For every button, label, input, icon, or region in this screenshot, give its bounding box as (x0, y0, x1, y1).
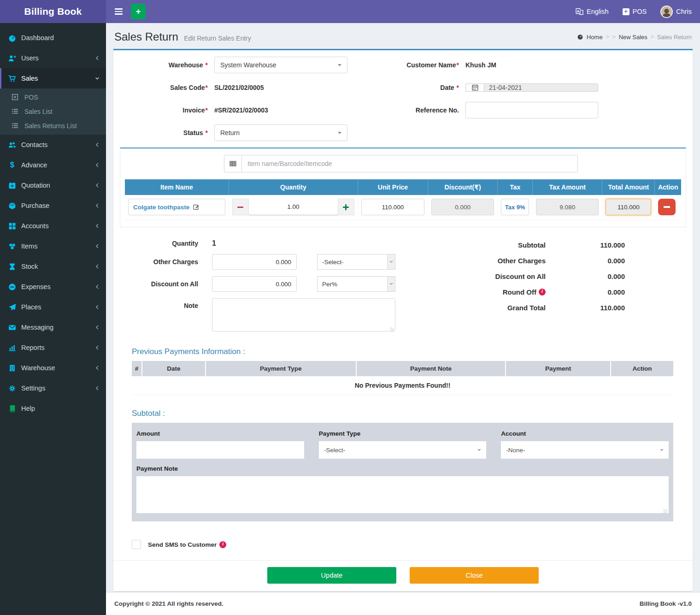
sidebar-item-sales[interactable]: Sales (0, 68, 106, 89)
item-name-link[interactable]: Colgate toothpaste (133, 204, 189, 211)
sales-code-label: Sales Code* (120, 84, 214, 91)
other-charges-label: Other Charges (120, 258, 198, 266)
chevron-left-icon (95, 264, 100, 269)
column-header-action: Action (655, 179, 681, 195)
sidebar-item-reports[interactable]: Reports (0, 337, 106, 358)
sidebar-item-users[interactable]: Users (0, 48, 106, 68)
sidebar-item-pos[interactable]: POS (0, 90, 106, 104)
sidebar-item-settings[interactable]: Settings (0, 378, 106, 398)
minus-icon (664, 206, 670, 208)
plus-square-icon: + (623, 8, 629, 15)
sidebar-item-contacts[interactable]: Contacts (0, 135, 106, 155)
chevron-down-icon (95, 76, 100, 81)
other-charges-input[interactable] (212, 254, 297, 270)
chevron-left-icon (95, 203, 100, 208)
tax-cell[interactable]: Tax 9% (501, 199, 529, 215)
chevron-down-icon (338, 64, 341, 66)
pos-shortcut[interactable]: + POS (623, 8, 647, 15)
note-label: Note (120, 298, 198, 309)
sidebar-item-dashboard[interactable]: Dashboard (0, 28, 106, 48)
items-panel: Item Name Quantity Unit Price Discount(₹… (120, 148, 686, 227)
sidebar-toggle-button[interactable] (109, 0, 128, 23)
book-icon (8, 405, 16, 413)
payment-type-select[interactable]: -Select- (319, 441, 487, 459)
top-navbar: Billing Book + A English + POS Chris (0, 0, 700, 23)
chevron-left-icon (95, 385, 100, 391)
edit-icon[interactable] (193, 204, 200, 210)
account-label: Account (501, 430, 669, 437)
sidebar-item-sales-returns-list[interactable]: Sales Returns List (0, 118, 106, 133)
info-icon[interactable]: i (539, 289, 546, 296)
sidebar-item-quotation[interactable]: Quotation (0, 175, 106, 195)
quantity-stepper (232, 199, 354, 215)
sidebar-item-warehouse[interactable]: Warehouse (0, 358, 106, 378)
calendar-plus-icon (8, 182, 16, 189)
sidebar-item-items[interactable]: Items (0, 236, 106, 256)
quantity-decrease-button[interactable] (232, 199, 249, 215)
chevron-left-icon (95, 365, 100, 371)
sidebar-item-help[interactable]: Help (0, 398, 106, 419)
column-header-tax-amount: Tax Amount (533, 179, 602, 195)
language-label: English (587, 8, 609, 15)
sidebar-item-stock[interactable]: Stock (0, 256, 106, 277)
discount-on-all-input[interactable] (212, 276, 297, 292)
remove-item-button[interactable] (658, 199, 676, 215)
resize-grip[interactable] (390, 327, 394, 331)
pp-column-date: Date (142, 361, 206, 376)
unit-price-input[interactable] (361, 199, 424, 215)
reference-no-input[interactable] (465, 102, 598, 118)
dashboard-icon (8, 34, 16, 42)
previous-payments-title: Previous Payments Information : (132, 347, 673, 356)
sidebar-item-expenses[interactable]: Expenses (0, 277, 106, 297)
plus-icon (343, 204, 349, 210)
date-input[interactable] (484, 83, 598, 92)
breadcrumb-new-sales[interactable]: New Sales (619, 34, 647, 41)
total-amount-input[interactable] (606, 199, 651, 215)
breadcrumb-home[interactable]: Home (587, 34, 603, 41)
sidebar-item-purchase[interactable]: Purchase (0, 195, 106, 216)
note-textarea[interactable] (212, 298, 395, 331)
customer-name-label: Customer Name* (396, 61, 465, 69)
user-name: Chris (676, 8, 692, 15)
payment-note-textarea[interactable] (136, 476, 669, 513)
language-menu[interactable]: A English (576, 8, 609, 16)
chevron-down-icon (387, 254, 395, 269)
sidebar-item-messaging[interactable]: Messaging (0, 317, 106, 337)
app-logo[interactable]: Billing Book (0, 0, 106, 23)
column-header-item-name: Item Name (125, 179, 229, 195)
user-menu[interactable]: Chris (660, 6, 692, 18)
discount-type-select[interactable]: Per% (317, 276, 395, 292)
pp-column-payment: Payment (506, 361, 611, 376)
status-select[interactable]: Return (214, 124, 347, 141)
close-button[interactable]: Close (410, 567, 539, 584)
item-name-cell: Colgate toothpaste (128, 199, 225, 215)
warehouse-select[interactable]: System Warehouse (214, 57, 347, 73)
invoice-value: #SR/2021/02/0003 (214, 106, 268, 114)
invoice-label: Invoice* (120, 106, 214, 114)
chevron-left-icon (95, 325, 100, 330)
amount-input[interactable] (136, 441, 304, 459)
warehouse-label: Warehouse * (120, 61, 214, 69)
sidebar-item-sales-list[interactable]: Sales List (0, 104, 106, 118)
pos-label: POS (633, 8, 647, 15)
pp-column-payment-type: Payment Type (206, 361, 356, 376)
discount-on-all-label: Discount on All (120, 280, 198, 288)
navbar-right: A English + POS Chris (576, 6, 692, 18)
update-button[interactable]: Update (267, 567, 396, 584)
home-dashboard-icon (577, 34, 583, 40)
other-charges-select[interactable]: -Select- (317, 254, 395, 270)
sidebar-item-places[interactable]: Places (0, 297, 106, 317)
sidebar-item-accounts[interactable]: Accounts (0, 216, 106, 236)
sidebar-item-advance[interactable]: $ Advance (0, 155, 106, 175)
sales-return-card: Warehouse * System Warehouse Sales Code*… (113, 49, 693, 591)
item-search-input[interactable] (241, 155, 578, 172)
account-select[interactable]: -None- (501, 441, 669, 459)
info-icon[interactable]: i (219, 541, 226, 548)
resize-grip[interactable] (663, 509, 667, 513)
navbar: + A English + POS Chris (106, 0, 700, 23)
quantity-input[interactable] (249, 199, 338, 215)
send-sms-checkbox[interactable] (132, 540, 141, 549)
quantity-increase-button[interactable] (338, 199, 354, 215)
plus-square-icon (11, 93, 19, 101)
quick-add-button[interactable]: + (131, 4, 146, 19)
